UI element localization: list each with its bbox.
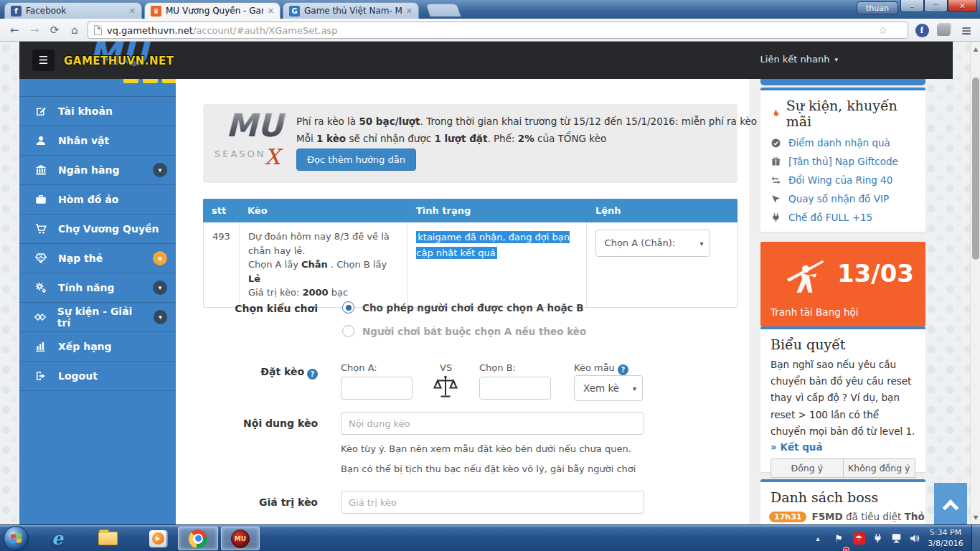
event-caption: Tranh tài Bang hội — [771, 306, 859, 318]
chrome-menu-icon[interactable]: ≡ — [958, 22, 974, 38]
chevron-down-icon[interactable]: ▾ — [154, 310, 167, 324]
chon-b-input[interactable] — [479, 377, 551, 400]
page-scrollbar[interactable]: ▲ ▼ — [970, 42, 980, 524]
event-link-che-do[interactable]: Chế đồ FULL +15 — [760, 208, 925, 227]
sidebar-toggle-icon[interactable]: ☰ — [32, 50, 55, 71]
tab-title: MU Vương Quyền - Game — [166, 6, 263, 16]
disagree-button[interactable]: Không đồng ý — [844, 458, 916, 478]
minimize-button[interactable]: – — [900, 0, 924, 12]
play-type-label: Chọn kiểu chơi — [203, 303, 318, 314]
taskbar-ie-icon[interactable]: e — [40, 527, 75, 550]
sidebar-item-hom-do-ao[interactable]: Hòm đồ ảo — [19, 185, 176, 215]
avira-tray-icon[interactable]: ☂ — [851, 525, 867, 551]
content-hint-2: Bạn có thể bị tịch thu bạc nếu đặt kèo v… — [341, 463, 636, 474]
forward-icon[interactable]: → — [26, 22, 43, 39]
poll-result-link[interactable]: » Kết quả — [771, 441, 915, 453]
event-link-giftcode[interactable]: [Tân thủ] Nạp Giftcode — [760, 152, 925, 171]
radio-option-1[interactable] — [342, 301, 354, 314]
boss-list-title: Danh sách boss — [771, 489, 915, 505]
event-link-quay-so[interactable]: Quay số nhận đồ VIP — [760, 189, 925, 208]
col-keo: Kèo — [239, 199, 407, 222]
profile-button[interactable]: thuan — [857, 1, 898, 14]
extension-icon[interactable] — [936, 22, 951, 38]
agree-button[interactable]: Đồng ý — [771, 458, 844, 478]
sidebar-item-tai-khoan[interactable]: Tài khoản — [19, 97, 176, 126]
system-clock[interactable]: 5:34 PM 3/8/2016 — [924, 527, 967, 549]
radio-option-1-label[interactable]: Cho phép người chơi được chọn A hoặc B — [362, 302, 584, 314]
mu-game-icon: MU — [231, 529, 250, 548]
right-sidebar: Sự kiện, khuyến mãi Điểm danh nhận quà [… — [760, 42, 925, 524]
taskbar-media-player-icon[interactable]: ▶ — [141, 527, 175, 550]
tab-close-icon[interactable]: ✕ — [268, 6, 274, 16]
facebook-extension-icon[interactable]: f — [914, 22, 930, 38]
power-plug-tray-icon[interactable] — [870, 525, 885, 551]
event-banner[interactable]: 13/03 Tranh tài Bang hội — [760, 242, 925, 326]
poll-title: Biểu quyết — [771, 336, 915, 352]
sidebar-item-xep-hang[interactable]: Xếp hạng — [19, 332, 176, 362]
radio-option-2-label[interactable]: Người chơi bắt buộc chọn A nếu theo kèo — [362, 326, 586, 337]
content-input[interactable] — [341, 412, 644, 435]
tab-facebook[interactable]: f Facebook ✕ — [4, 2, 142, 19]
sidebar-item-su-kien-giai-tri[interactable]: Sự kiện - Giải trí ▾ — [19, 303, 176, 332]
scroll-to-top-button[interactable] — [934, 483, 967, 524]
site-logo[interactable]: MU GAMETHUVN.NET — [64, 42, 222, 79]
gears-icon — [34, 281, 48, 294]
value-input[interactable] — [341, 491, 644, 514]
fee-notice-box: MU SEASON X Phí ra kèo là 50 bạc/lượt. T… — [203, 104, 738, 183]
sidebar-item-label: Chợ Vương Quyền — [58, 223, 159, 235]
new-tab-button[interactable] — [425, 4, 461, 17]
tab-close-icon[interactable]: ✕ — [129, 6, 136, 16]
sidebar-item-tinh-nang[interactable]: Tính năng ▾ — [19, 273, 176, 303]
read-guide-button[interactable]: Đọc thêm hướng dẫn — [296, 149, 416, 171]
chevron-down-icon[interactable]: ▾ — [153, 281, 167, 295]
sidebar-item-nhan-vat[interactable]: Ngân hàng Nhân vật — [19, 126, 176, 156]
chevron-up-icon — [943, 499, 959, 516]
taskbar-chrome-button[interactable] — [178, 527, 218, 550]
back-icon[interactable]: ← — [6, 22, 23, 39]
sample-select[interactable]: Xem kè ▾ — [574, 375, 643, 401]
flame-icon — [771, 108, 781, 120]
event-date: 13/03 — [837, 259, 914, 288]
sidebar-item-cho-vuong-quyen[interactable]: Chợ Vương Quyền — [19, 215, 176, 244]
sidebar: Tài khoản Ngân hàng Nhân vật Ngân hàng ▾… — [19, 79, 176, 524]
taskbar-mu-game-button[interactable]: MU — [221, 527, 260, 550]
action-center-flag-icon[interactable]: ⚑ ✕ — [831, 525, 847, 551]
chevron-down-icon[interactable]: ▾ — [153, 163, 167, 177]
maximize-button[interactable]: ❐ — [924, 0, 948, 12]
event-link-doi-wing[interactable]: Đổi Wing của Ring 40 — [760, 171, 925, 189]
volume-tray-icon[interactable] — [907, 525, 923, 551]
address-bar[interactable]: vq.gamethuvn.net/account/#auth/XGameSet.… — [88, 22, 908, 39]
bookmark-star-icon[interactable]: ☆ — [878, 24, 887, 36]
chon-a-input[interactable] — [341, 377, 413, 400]
scrollbar-up-icon[interactable]: ▲ — [971, 43, 980, 55]
url-path: /account/#auth/XGameSet.asp — [193, 25, 337, 36]
help-icon[interactable]: ? — [618, 364, 628, 375]
logout-icon — [34, 369, 48, 382]
sidebar-item-nap-the[interactable]: Nạp thẻ ★ — [19, 244, 176, 273]
season-text: SEASON — [215, 149, 266, 159]
start-button[interactable] — [4, 526, 29, 551]
event-link-diem-danh[interactable]: Điểm danh nhận quà — [760, 133, 925, 152]
tab-close-icon[interactable]: ✕ — [406, 6, 413, 16]
tray-expand-icon[interactable]: ▴ — [811, 525, 825, 551]
close-button[interactable]: ✕ — [948, 0, 977, 12]
sidebar-item-ngan-hang[interactable]: Ngân hàng ▾ — [19, 156, 176, 185]
tab-title: Facebook — [26, 6, 66, 16]
cell-command: Chọn A (Chẵn): ▾ — [587, 222, 737, 307]
network-tray-icon[interactable] — [888, 525, 905, 551]
show-desktop-button[interactable] — [971, 525, 980, 551]
reload-icon[interactable]: ⟳ — [46, 22, 63, 39]
home-icon[interactable]: ⌂ — [66, 22, 83, 39]
taskbar-explorer-icon[interactable] — [90, 527, 125, 550]
windows-logo-icon — [11, 533, 22, 544]
sidebar-item-label: Sự kiện - Giải trí — [57, 306, 143, 329]
help-icon[interactable]: ? — [307, 369, 318, 380]
command-select[interactable]: Chọn A (Chẵn): ▾ — [595, 230, 710, 257]
scrollbar-down-icon[interactable]: ▼ — [971, 512, 980, 523]
tab-game-thu-viet-nam[interactable]: G Game thủ Việt Nam- MU H ✕ — [283, 2, 419, 19]
scrollbar-thumb[interactable] — [972, 77, 979, 260]
facebook-favicon: f — [11, 6, 22, 17]
radio-option-2[interactable] — [342, 325, 354, 337]
sidebar-item-logout[interactable]: Logout — [19, 362, 176, 391]
tab-mu-vuong-quyen[interactable]: ♛ MU Vương Quyền - Game ✕ — [144, 2, 281, 19]
